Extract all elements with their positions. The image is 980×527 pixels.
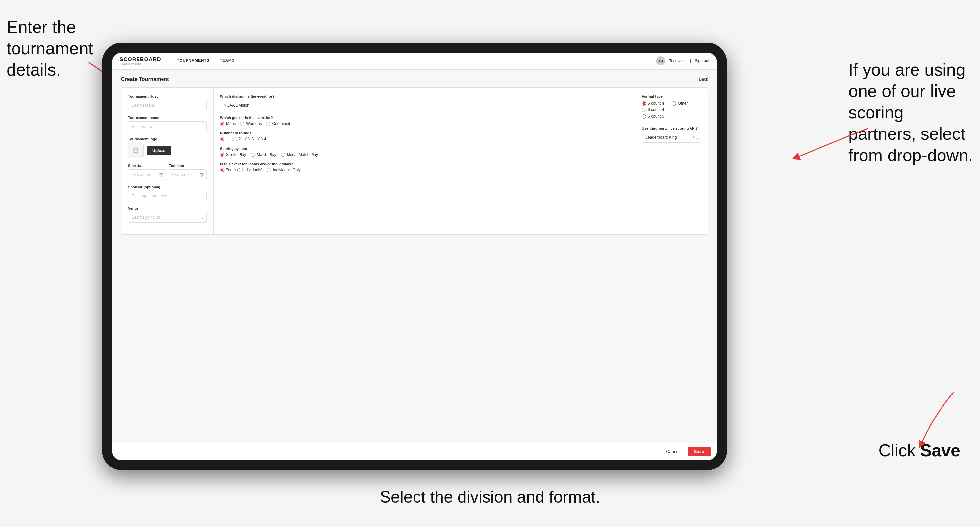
sponsor-input[interactable] [128,190,207,201]
calendar-icon-end: 📅 [199,173,204,177]
division-select[interactable]: NCAA Division I NCAA Division II NCAA Di… [220,100,628,111]
format-6count4[interactable]: 6 count 4 [642,108,701,112]
scoring-stroke[interactable]: Stroke Play [220,152,246,157]
end-date-label: End date [169,164,207,168]
scoring-group: Scoring system Stroke Play Match Play [220,147,628,157]
scoring-match-radio[interactable] [251,152,255,157]
tournament-name-group: Tournament name [128,116,207,132]
form-footer: Cancel Save [112,443,717,460]
logo-sub: Powered by clippit [120,62,161,65]
header-left: SCOREBOARD Powered by clippit TOURNAMENT… [120,52,240,69]
scoring-medal-label: Medal Match Play [287,152,318,157]
teams-teams-label: Teams (+Individuals) [226,168,262,172]
division-label: Which division is the event for? [220,94,628,98]
tournament-host-input[interactable] [128,100,207,111]
app-header: SCOREBOARD Powered by clippit TOURNAMENT… [112,52,717,70]
scoring-label: Scoring system [220,147,628,151]
division-group: Which division is the event for? NCAA Di… [220,94,628,111]
teams-label: Is this event for Teams and/or Individua… [220,162,628,166]
format-5count4-radio[interactable] [642,101,646,106]
api-group: Use third-party live scoring API? ✕ ⌄ [642,126,701,143]
scoring-medal[interactable]: Medal Match Play [281,152,318,157]
format-6count5[interactable]: 6 count 5 [642,114,701,119]
format-other-radio[interactable] [672,101,676,106]
teams-individuals-radio[interactable] [267,168,271,172]
format-6count5-radio[interactable] [642,114,646,119]
tournament-logo-label: Tournament logo [128,137,207,141]
tablet-screen: SCOREBOARD Powered by clippit TOURNAMENT… [112,52,717,460]
rounds-3[interactable]: 3 [245,137,254,141]
page-title: Create Tournament [121,76,169,82]
api-field: ✕ ⌄ [642,132,701,143]
gender-mens[interactable]: Mens [220,121,235,126]
teams-group: Is this event for Teams and/or Individua… [220,162,628,172]
teams-teams[interactable]: Teams (+Individuals) [220,168,262,172]
gender-womens-radio[interactable] [240,122,244,126]
gender-combined-label: Combined [272,121,290,126]
form-col-3: Format type 5 count 4 Other [635,88,708,234]
sponsor-group: Sponsor (optional) [128,185,207,201]
nav-tabs: TOURNAMENTS TEAMS [172,52,240,69]
tournament-name-input[interactable] [128,121,207,132]
format-other[interactable]: Other [672,101,687,106]
sign-out-link[interactable]: Sign out [695,59,709,63]
rounds-1[interactable]: 1 [220,137,228,141]
gender-mens-label: Mens [226,121,235,126]
tournament-logo-group: Tournament logo 🖼 Upload [128,137,207,159]
back-link[interactable]: Back [697,77,708,81]
rounds-3-radio[interactable] [245,137,250,141]
annotation-topright: If you are using one of our live scoring… [848,59,974,166]
form-grid: Tournament Host Tournament name Tourname… [121,87,708,235]
scoring-match[interactable]: Match Play [251,152,276,157]
teams-individuals-label: Individuals Only [273,168,301,172]
scoring-stroke-radio[interactable] [220,152,224,157]
venue-label: Venue [128,206,207,210]
gender-combined-radio[interactable] [266,122,270,126]
teams-teams-radio[interactable] [220,168,224,172]
rounds-group: Number of rounds 1 2 [220,131,628,141]
sponsor-label: Sponsor (optional) [128,185,207,189]
venue-group: Venue [128,206,207,222]
format-6count4-radio[interactable] [642,108,646,112]
rounds-2[interactable]: 2 [233,137,241,141]
scoring-medal-radio[interactable] [281,152,285,157]
gender-womens[interactable]: Womens [240,121,261,126]
app: SCOREBOARD Powered by clippit TOURNAMENT… [112,52,717,460]
save-button[interactable]: Save [687,447,711,456]
format-5count4-label: 5 count 4 [648,101,664,106]
upload-button[interactable]: Upload [147,146,171,155]
rounds-4-radio[interactable] [258,137,262,141]
format-5count4[interactable]: 5 count 4 [642,101,664,106]
scoring-radio-group: Stroke Play Match Play Medal Match Play [220,152,628,157]
nav-tab-teams[interactable]: TEAMS [215,52,240,69]
nav-tab-tournaments[interactable]: TOURNAMENTS [172,52,215,69]
cancel-button[interactable]: Cancel [662,447,684,456]
scoring-match-label: Match Play [256,152,276,157]
annotation-bottomright: Click Save [878,440,960,461]
rounds-2-radio[interactable] [233,137,237,141]
tablet-frame: SCOREBOARD Powered by clippit TOURNAMENT… [102,43,727,470]
rounds-1-radio[interactable] [220,137,224,141]
format-label: Format type [642,94,701,98]
rounds-4-label: 4 [264,137,266,141]
logo-upload-area: 🖼 Upload [128,143,207,159]
rounds-radio-group: 1 2 3 [220,137,628,141]
gender-mens-radio[interactable] [220,122,224,126]
scoring-stroke-label: Stroke Play [226,152,246,157]
api-clear-button[interactable]: ✕ ⌄ [692,135,699,140]
teams-individuals[interactable]: Individuals Only [267,168,301,172]
format-other-label: Other [678,101,687,106]
format-options-row: 5 count 4 Other [642,101,701,106]
logo-area: SCOREBOARD Powered by clippit [120,57,161,65]
api-label: Use third-party live scoring API? [642,126,701,130]
venue-input[interactable] [128,212,207,222]
rounds-4[interactable]: 4 [258,137,266,141]
format-section: Format type 5 count 4 Other [642,94,701,119]
user-name: Test User [669,59,686,63]
rounds-2-label: 2 [239,137,241,141]
logo-text: SCOREBOARD [120,57,161,62]
gender-combined[interactable]: Combined [266,121,290,126]
image-icon: 🖼 [133,147,139,154]
gender-label: Which gender is the event for? [220,116,628,120]
venue-select-wrapper [128,212,207,222]
